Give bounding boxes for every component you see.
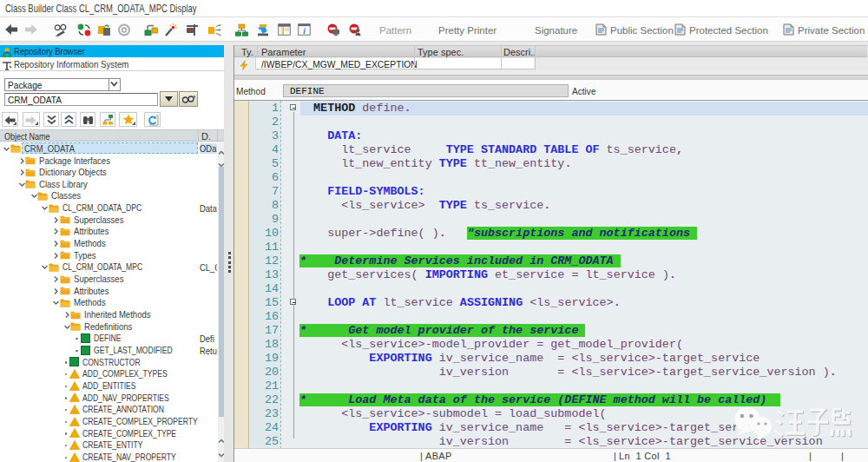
svg-text:i: i	[303, 27, 306, 36]
